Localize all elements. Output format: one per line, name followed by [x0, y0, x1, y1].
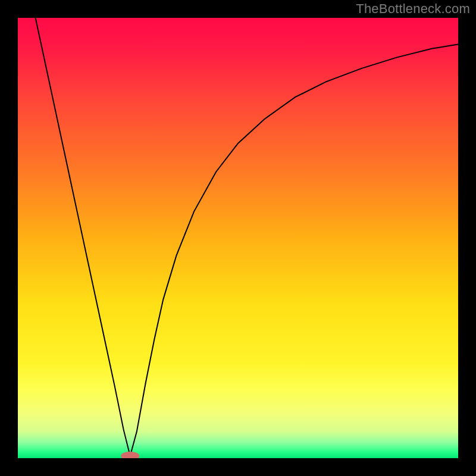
chart-container: TheBottleneck.com	[0, 0, 476, 476]
plot-area	[18, 18, 458, 458]
optimal-marker	[121, 452, 139, 458]
bottleneck-curve	[36, 18, 458, 456]
curve-layer	[18, 18, 458, 458]
watermark-text: TheBottleneck.com	[356, 1, 470, 17]
